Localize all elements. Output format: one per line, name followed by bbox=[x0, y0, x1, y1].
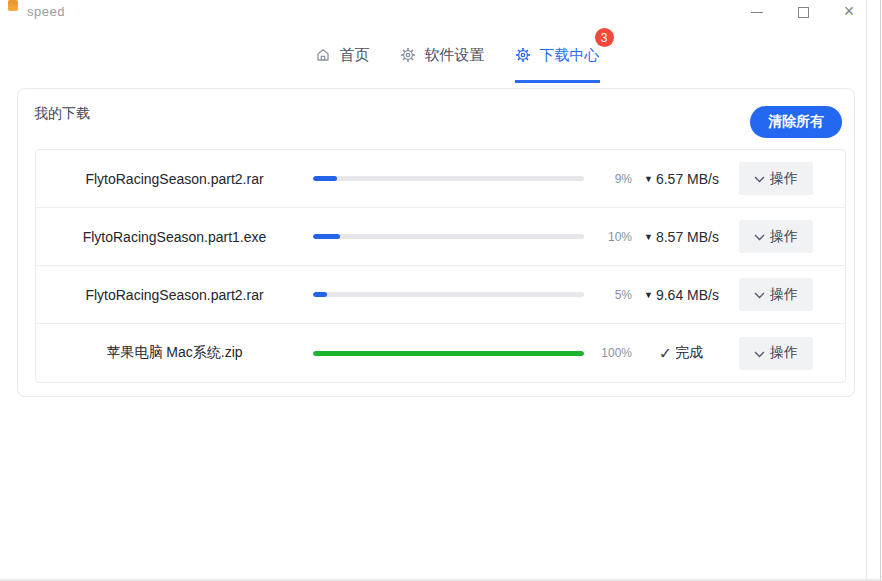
action-button-label: 操作 bbox=[770, 170, 798, 188]
progress-bar bbox=[313, 351, 584, 356]
progress-bar bbox=[313, 234, 584, 239]
minimize-icon bbox=[751, 12, 763, 13]
download-row: FlytoRacingSeason.part1.exe 10% ▼ 8.57 M… bbox=[36, 208, 845, 266]
maximize-button[interactable] bbox=[780, 0, 826, 24]
progress-fill bbox=[313, 176, 337, 181]
gear-icon bbox=[515, 47, 531, 63]
maximize-icon bbox=[798, 7, 809, 18]
chevron-down-icon bbox=[754, 292, 765, 299]
download-list: FlytoRacingSeason.part2.rar 9% ▼ 6.57 MB… bbox=[35, 149, 846, 383]
action-button[interactable]: 操作 bbox=[739, 220, 813, 253]
download-row: FlytoRacingSeason.part2.rar 5% ▼ 9.64 MB… bbox=[36, 266, 845, 324]
download-speed: 8.57 MB/s bbox=[656, 229, 719, 245]
action-button-label: 操作 bbox=[770, 286, 798, 304]
chevron-down-icon bbox=[754, 176, 765, 183]
panel-title: 我的下载 bbox=[34, 105, 90, 123]
download-status: ✓ 完成 bbox=[644, 344, 718, 363]
progress-percent: 10% bbox=[584, 230, 632, 244]
tab-download-center-label: 下载中心 bbox=[540, 46, 600, 65]
download-count-badge: 3 bbox=[595, 28, 614, 47]
progress-fill bbox=[313, 234, 340, 239]
gear-icon bbox=[400, 47, 416, 63]
tab-settings[interactable]: 软件设置 bbox=[400, 42, 485, 68]
download-arrow-icon: ▼ bbox=[644, 174, 653, 184]
download-status: ▼ 9.64 MB/s bbox=[644, 287, 718, 303]
file-name: 苹果电脑 Mac系统.zip bbox=[36, 344, 313, 362]
progress-fill bbox=[313, 351, 584, 356]
action-button[interactable]: 操作 bbox=[739, 337, 813, 370]
file-name: FlytoRacingSeason.part1.exe bbox=[36, 229, 313, 245]
chevron-down-icon bbox=[754, 234, 765, 241]
action-button[interactable]: 操作 bbox=[739, 162, 813, 195]
app-title: speed bbox=[27, 4, 65, 19]
tab-home-label: 首页 bbox=[340, 46, 370, 65]
tab-settings-label: 软件设置 bbox=[425, 46, 485, 65]
download-row: FlytoRacingSeason.part2.rar 9% ▼ 6.57 MB… bbox=[36, 150, 845, 208]
progress-bar bbox=[313, 292, 584, 297]
download-speed: 6.57 MB/s bbox=[656, 171, 719, 187]
main-nav: 首页 软件设置 bbox=[0, 42, 882, 68]
titlebar: speed × bbox=[0, 0, 882, 24]
scrollbar-track[interactable] bbox=[866, 0, 867, 581]
action-button[interactable]: 操作 bbox=[739, 278, 813, 311]
progress-fill bbox=[313, 292, 327, 297]
check-icon: ✓ bbox=[659, 344, 672, 363]
downloads-panel: 我的下载 清除所有 FlytoRacingSeason.part2.rar 9%… bbox=[17, 88, 855, 397]
action-button-label: 操作 bbox=[770, 228, 798, 246]
tab-home[interactable]: 首页 bbox=[315, 42, 370, 68]
minimize-button[interactable] bbox=[734, 0, 780, 24]
action-button-label: 操作 bbox=[770, 344, 798, 362]
file-name: FlytoRacingSeason.part2.rar bbox=[36, 171, 313, 187]
clear-all-button[interactable]: 清除所有 bbox=[750, 106, 842, 138]
close-icon: × bbox=[844, 2, 855, 20]
progress-bar bbox=[313, 176, 584, 181]
download-status: ▼ 8.57 MB/s bbox=[644, 229, 718, 245]
download-row: 苹果电脑 Mac系统.zip 100% ✓ 完成 操作 bbox=[36, 324, 845, 382]
download-status: ▼ 6.57 MB/s bbox=[644, 171, 718, 187]
app-logo-icon bbox=[8, 0, 18, 11]
tab-download-center[interactable]: 下载中心 3 bbox=[515, 42, 600, 68]
progress-percent: 9% bbox=[584, 172, 632, 186]
download-speed: 9.64 MB/s bbox=[656, 287, 719, 303]
progress-percent: 100% bbox=[584, 346, 632, 360]
progress-percent: 5% bbox=[584, 288, 632, 302]
home-icon bbox=[315, 47, 331, 63]
chevron-down-icon bbox=[754, 351, 765, 358]
download-arrow-icon: ▼ bbox=[644, 232, 653, 242]
file-name: FlytoRacingSeason.part2.rar bbox=[36, 287, 313, 303]
download-complete-label: 完成 bbox=[675, 344, 703, 362]
window-right-border bbox=[880, 0, 881, 581]
window-controls: × bbox=[734, 0, 872, 24]
download-arrow-icon: ▼ bbox=[644, 290, 653, 300]
